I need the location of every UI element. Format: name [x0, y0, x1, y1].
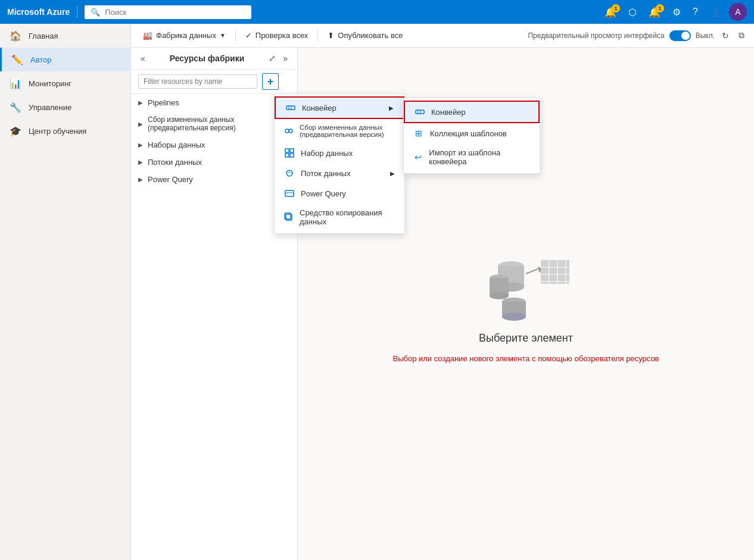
dataflow-item-label: Поток данных [301, 169, 351, 178]
preview-toggle[interactable] [669, 30, 691, 41]
notification-btn-2[interactable]: 🔔 1 [644, 4, 665, 20]
sidebar-item-author[interactable]: ✏️ Автор [0, 48, 130, 71]
notification-badge-2: 1 [656, 4, 664, 12]
dropdown-item-copy[interactable]: Средство копирования данных [275, 204, 404, 231]
resource-item-pipelines[interactable]: ▶ Pipelines [131, 94, 297, 111]
sub-import-template-label: Импорт из шаблона конвейера [429, 148, 530, 166]
dropdown-item-dataset[interactable]: Набор данных [275, 143, 404, 163]
toolbar-right: Предварительный просмотр интерфейса Выкл… [528, 29, 747, 42]
pipelines-chevron-icon: ▶ [138, 99, 143, 106]
learn-icon: 🎓 [10, 125, 21, 137]
sub-item-template-gallery[interactable]: ⊞ Коллекция шаблонов [404, 123, 540, 143]
sidebar-item-home[interactable]: 🏠 Главная [0, 24, 130, 48]
dropdown-overlay: Конвейер ▶ Конвейер [274, 93, 405, 234]
collapse-icon-btn[interactable]: » [281, 52, 290, 64]
empty-state-title: Выберите элемент [479, 332, 573, 345]
copy-tool-icon [284, 212, 294, 223]
brand-name: Microsoft Azure [7, 7, 70, 17]
refresh-btn[interactable]: ↻ [719, 30, 731, 42]
panel-area: « Ресурсы фабрики ⤢ » + [131, 48, 754, 560]
user-btn[interactable]: 👤 [705, 4, 727, 20]
publish-btn[interactable]: ⬆ Опубликовать все [323, 29, 407, 42]
dataflow-icon [284, 168, 295, 179]
dropdown-item-powerquery[interactable]: Power Query [275, 183, 404, 204]
sub-item-pipeline[interactable]: Конвейер [404, 101, 540, 123]
factory-icon: 🏭 [143, 31, 152, 40]
top-navbar: Microsoft Azure 🔍 🔔 1 ⬡ 🔔 1 ⚙ ? 👤 A [0, 0, 754, 24]
validate-label: Проверка всех [256, 31, 309, 40]
resources-title: Ресурсы фабрики [170, 54, 245, 63]
cdc-chevron-icon: ▶ [138, 121, 143, 127]
toolbar-sep-2 [317, 30, 318, 42]
app-body: 🏠 Главная ✏️ Автор 📊 Мониторинг 🔧 Управл… [0, 24, 754, 560]
sidebar-label-author: Автор [30, 55, 52, 64]
publish-icon: ⬆ [328, 31, 334, 40]
notification-badge-1: 1 [612, 4, 620, 12]
monitoring-icon: 📊 [10, 77, 21, 89]
dataflows-label: Потоки данных [148, 158, 202, 167]
sub-item-import-template[interactable]: ↩ Импорт из шаблона конвейера [404, 143, 540, 171]
nav-icons: 🔔 1 ⬡ 🔔 1 ⚙ ? 👤 A [600, 3, 747, 21]
svg-rect-25 [541, 260, 569, 284]
dataset-item-label: Набор данных [301, 149, 353, 158]
svg-point-12 [286, 170, 292, 176]
svg-rect-11 [290, 154, 294, 157]
powerquery-chevron-icon: ▶ [138, 176, 143, 183]
pipeline-dropdown-icon [285, 102, 296, 113]
sub-dropdown-pipeline: Конвейер ⊞ Коллекция шаблонов ↩ Импорт и… [403, 98, 540, 174]
resource-item-powerquery[interactable]: ▶ Power Query [131, 171, 297, 188]
powerquery-item-label: Power Query [301, 189, 346, 198]
sidebar-item-monitoring[interactable]: 📊 Мониторинг [0, 71, 130, 95]
sidebar-item-manage[interactable]: 🔧 Управление [0, 95, 130, 119]
cloud-btn[interactable]: ⬡ [624, 4, 641, 20]
dataset-icon [284, 148, 295, 158]
settings-btn[interactable]: ⚙ [668, 4, 686, 20]
svg-point-6 [285, 129, 289, 133]
sub-template-gallery-label: Коллекция шаблонов [430, 129, 507, 138]
sidebar-label-home: Главная [29, 32, 58, 40]
add-resource-btn[interactable]: + [262, 73, 279, 90]
notification-btn-1[interactable]: 🔔 1 [600, 4, 621, 20]
resource-item-cdc[interactable]: ▶ Сбор измененных данных (предварительна… [131, 111, 297, 136]
svg-line-23 [526, 269, 538, 274]
dropdown-item-dataflow[interactable]: Поток данных ▶ [275, 163, 404, 183]
help-btn[interactable]: ? [688, 4, 703, 20]
empty-state-illustration [478, 245, 574, 323]
resource-item-dataflows[interactable]: ▶ Потоки данных [131, 154, 297, 171]
toolbar-sep-1 [235, 30, 236, 42]
sidebar-item-learn[interactable]: 🎓 Центр обучения [0, 119, 130, 143]
expand-icon-btn[interactable]: ⤢ [266, 52, 278, 64]
left-sidebar: 🏠 Главная ✏️ Автор 📊 Мониторинг 🔧 Управл… [0, 24, 131, 560]
pipeline-item-label: Конвейер [302, 104, 337, 112]
factory-btn[interactable]: 🏭 Фабрика данных ▼ [138, 29, 230, 42]
cdc-icon [284, 126, 294, 136]
dropdown-item-pipeline[interactable]: Конвейер ▶ Конвейер [275, 96, 404, 119]
dataflow-arrow-icon: ▶ [390, 170, 395, 177]
avatar[interactable]: A [729, 3, 747, 21]
svg-rect-13 [285, 190, 294, 196]
svg-rect-10 [285, 154, 289, 157]
settings-panel-btn[interactable]: ⧉ [736, 29, 747, 42]
toggle-track [669, 30, 691, 41]
validate-btn[interactable]: ✓ Проверка всех [241, 29, 313, 42]
resource-item-datasets[interactable]: ▶ Наборы данных [131, 136, 297, 154]
empty-state-svg [478, 245, 574, 323]
svg-rect-0 [286, 106, 295, 110]
svg-rect-8 [285, 149, 289, 152]
off-label: Выкл. [696, 32, 715, 40]
sub-pipeline-icon [415, 107, 425, 117]
sub-pipeline-label: Конвейер [431, 108, 466, 117]
datasets-label: Наборы данных [148, 140, 205, 149]
search-input[interactable] [105, 8, 236, 17]
dropdown-menu: Конвейер ▶ Конвейер [274, 93, 405, 234]
cdc-item-label: Сбор измененных данных (предварительная … [300, 124, 395, 138]
svg-rect-3 [416, 110, 424, 114]
empty-state-subtitle: Выбор или создание нового элемента с пом… [392, 354, 659, 363]
pipelines-label: Pipelines [148, 98, 179, 107]
collapse-all-btn[interactable]: « [138, 52, 148, 64]
filter-input[interactable] [138, 74, 257, 89]
dropdown-item-cdc[interactable]: Сбор измененных данных (предварительная … [275, 119, 404, 143]
svg-point-22 [490, 292, 509, 299]
search-icon: 🔍 [91, 8, 100, 17]
global-search[interactable]: 🔍 [85, 5, 251, 19]
